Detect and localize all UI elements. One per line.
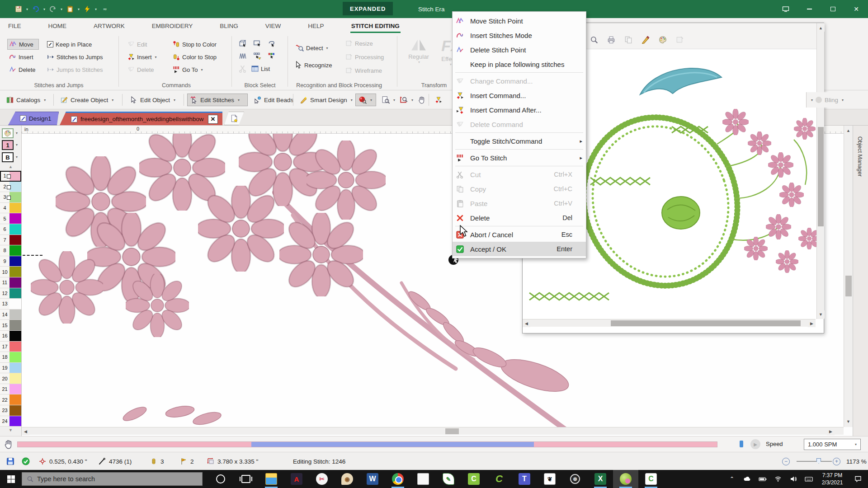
palette-picker-button[interactable] <box>2 128 14 138</box>
context-menu-item[interactable]: Go To Stitch ▸ <box>453 150 586 165</box>
taskbar-app-icon[interactable]: W <box>360 470 385 488</box>
quick-run-icon[interactable] <box>82 4 92 14</box>
palette-color[interactable]: 5 <box>0 213 21 224</box>
context-menu-item[interactable]: Copy Ctrl+C <box>453 182 586 196</box>
palette-color[interactable]: 8 <box>0 245 21 256</box>
chevron-up-icon[interactable]: ⌃ <box>724 470 740 488</box>
tab-design1[interactable]: Design1 <box>8 112 59 125</box>
secondary-horizontal-scrollbar[interactable]: ◀ ▶ <box>523 319 816 327</box>
zoom-slider[interactable] <box>797 461 832 462</box>
object-manager-tab[interactable]: Object Manager <box>853 126 868 436</box>
context-menu-item[interactable]: Delete Del <box>453 211 586 225</box>
keep-in-place-checkbox[interactable]: ✓Keep in Place <box>45 39 94 50</box>
insert-pointer-icon[interactable] <box>432 94 445 106</box>
onedrive-icon[interactable] <box>740 470 755 488</box>
minimize-button[interactable] <box>797 0 821 18</box>
taskbar-app-icon[interactable]: ❦ <box>537 470 562 488</box>
palette-color[interactable]: 4 <box>0 203 21 214</box>
battery-icon[interactable] <box>755 470 770 488</box>
taskbar-app-icon[interactable] <box>613 470 638 488</box>
context-menu-item[interactable]: Move Stitch Point <box>453 14 586 28</box>
ribbon-tab[interactable]: HOME <box>48 18 67 33</box>
palette-color[interactable]: 3 <box>0 192 21 203</box>
palette-dropdown-icon[interactable]: ▾ <box>16 131 18 135</box>
vertical-scroll-thumb[interactable] <box>845 276 852 296</box>
palette-color[interactable]: 24 <box>0 416 21 427</box>
context-menu-item[interactable]: Keep in place following stitches <box>453 57 586 71</box>
context-menu-item[interactable]: Accept / OK Enter <box>453 242 586 256</box>
secondary-vertical-scrollbar[interactable]: ▲ ▼ <box>816 23 824 319</box>
volume-icon[interactable] <box>786 470 801 488</box>
palette-color[interactable]: 9 <box>0 256 21 267</box>
new-tab-button[interactable] <box>224 112 244 125</box>
action-center-icon[interactable] <box>848 470 868 488</box>
customize-qat-icon[interactable]: ≂ <box>102 6 108 12</box>
scroll-down-icon[interactable]: ▼ <box>844 418 852 425</box>
zoom-page-button[interactable]: ▾ <box>379 94 398 106</box>
delete-stitch-button[interactable]: Delete <box>7 64 38 75</box>
context-menu-item[interactable] <box>455 166 583 166</box>
frame-icon[interactable] <box>674 34 686 46</box>
palette-color[interactable]: 21 <box>0 384 21 395</box>
select-grid-icon[interactable] <box>251 51 263 61</box>
scroll-right-icon[interactable]: ▶ <box>808 319 816 327</box>
scroll-up-icon[interactable]: ▲ <box>817 24 825 32</box>
palette-color[interactable]: 22 <box>0 394 21 405</box>
insert-command-button[interactable]: Insert▾ <box>126 52 159 62</box>
select-rectangle-icon[interactable] <box>251 38 263 49</box>
color-to-stop-button[interactable]: Color to Stop <box>171 52 218 62</box>
context-menu-item[interactable]: Insert Command After... <box>453 103 586 117</box>
bling-button[interactable]: Bling <box>825 97 838 103</box>
select-stitches-icon[interactable] <box>237 51 249 61</box>
stop-to-color-button[interactable]: Stop to Color <box>171 39 218 50</box>
taskbar-app-icon[interactable]: A <box>284 470 309 488</box>
taskbar-app-icon[interactable]: C <box>461 470 486 488</box>
slider-marker-icon[interactable] <box>738 440 746 448</box>
horizontal-scroll-thumb[interactable] <box>445 428 459 434</box>
palette-scroll-up-icon[interactable]: ▲ <box>0 164 21 169</box>
save-state-icon[interactable] <box>6 452 14 470</box>
stitch-progress-bar[interactable] <box>17 441 717 447</box>
context-menu-item[interactable]: Insert Command... <box>453 88 586 103</box>
context-menu-item[interactable]: Cut Ctrl+X <box>453 167 586 182</box>
ribbon-tab[interactable]: BLING <box>220 18 238 33</box>
context-menu-item[interactable]: Delete Stitch Point <box>453 42 586 57</box>
palette-color[interactable]: 12 <box>0 288 21 299</box>
context-menu-item[interactable]: Abort / Cancel Esc <box>453 227 586 242</box>
palette-color[interactable]: 6 <box>0 224 21 235</box>
needle-1-button[interactable]: 1 <box>2 140 14 150</box>
catalogs-button[interactable]: Catalogs▾ <box>4 94 48 106</box>
taskbar-app-icon[interactable]: C <box>638 470 664 488</box>
quick-run-dropdown-icon[interactable]: ▾ <box>93 7 99 11</box>
context-menu-item[interactable] <box>455 72 583 73</box>
taskbar-app-icon[interactable]: ◉ <box>335 470 360 488</box>
canvas-horizontal-scrollbar[interactable]: ◀ ▶ <box>22 427 844 435</box>
taskbar-app-icon[interactable]: ✂ <box>309 470 335 488</box>
needle-dropdown-icon[interactable]: ▾ <box>16 143 18 147</box>
zoom-slider-thumb[interactable] <box>816 458 821 464</box>
context-menu-item[interactable] <box>455 226 583 226</box>
context-menu-item[interactable]: Insert Stitches Mode <box>453 28 586 42</box>
select-color-icon[interactable] <box>266 51 278 61</box>
palette-color[interactable]: 1 <box>0 171 21 182</box>
undo-dropdown-icon[interactable]: ▾ <box>42 7 47 11</box>
stitches-to-jumps-button[interactable]: Stitches to Jumps <box>45 52 105 62</box>
taskbar-app-icon[interactable]: T <box>512 470 537 488</box>
zoom-ball-button[interactable]: ▾ <box>355 94 376 106</box>
palette-color[interactable]: 15 <box>0 320 21 331</box>
ribbon-tab[interactable]: VIEW <box>265 18 281 33</box>
horizontal-scroll-thumb[interactable] <box>611 320 801 326</box>
context-menu-item[interactable]: Paste Ctrl+V <box>453 196 586 211</box>
ribbon-tab[interactable]: ARTWORK <box>94 18 125 33</box>
context-menu-item[interactable]: Toggle Stitch/Command ▸ <box>453 134 586 148</box>
canvas-vertical-scrollbar[interactable]: ▲ ▼ <box>844 126 853 427</box>
zoom-in-button[interactable]: + <box>833 452 840 470</box>
palette-color[interactable]: 14 <box>0 310 21 320</box>
insert-stitch-button[interactable]: Insert <box>7 52 35 62</box>
taskbar-app-icon[interactable] <box>208 470 233 488</box>
display-options-button[interactable] <box>774 0 797 18</box>
taskbar-clock[interactable]: 7:37 PM 2/3/2021 <box>816 472 848 486</box>
scroll-left-icon[interactable]: ◀ <box>523 319 530 327</box>
taskbar-app-icon[interactable]: X <box>588 470 613 488</box>
palette-color[interactable]: 2 <box>0 182 21 192</box>
